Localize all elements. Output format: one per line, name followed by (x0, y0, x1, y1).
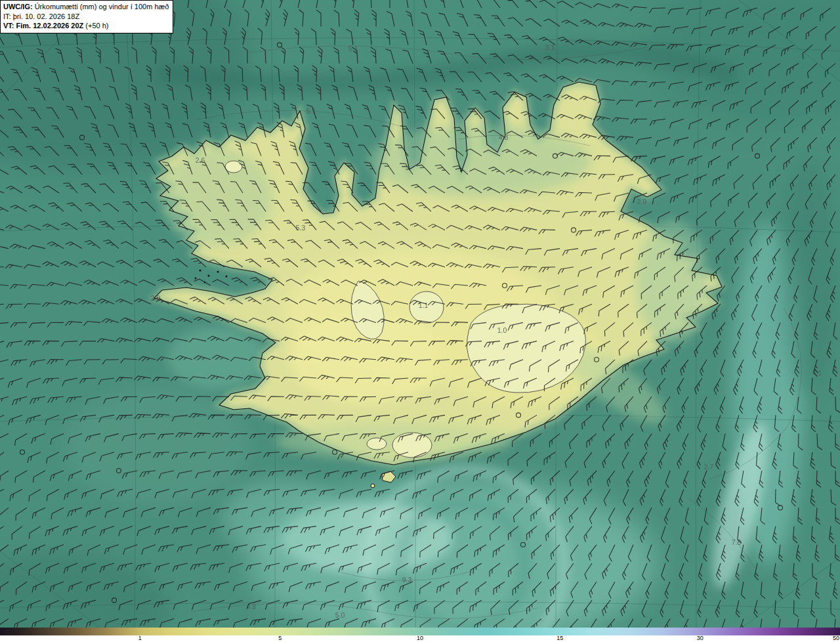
colorbar-tick: 10 (417, 635, 423, 641)
glacier-drangajokull (225, 161, 242, 173)
product-line: UWC/IG: Úrkomumætti (mm) og vindur í 100… (3, 2, 169, 12)
contour-label: 7.8 (732, 538, 742, 546)
weather-map-viewer: 5.13.15.14.82.62.95.32.01.11.04.12.77.89… (0, 0, 840, 642)
colorbar-ticks: 1510153050 (0, 635, 840, 642)
precipitation-wind-map: 5.13.15.14.82.62.95.32.01.11.04.12.77.89… (0, 0, 840, 628)
init-time-line: IT: þri. 10. 02. 2026 18Z (3, 12, 169, 22)
island-surtsey (371, 484, 375, 488)
valid-time: VT: Fim. 12.02.2026 20Z (3, 22, 83, 30)
map-canvas: 5.13.15.14.82.62.95.32.01.11.04.12.77.89… (0, 0, 840, 628)
colorbar: 1510153050 (0, 628, 840, 642)
colorbar-tick: 15 (556, 635, 563, 641)
colorbar-tick: 50 (833, 635, 839, 641)
title-box: UWC/IG: Úrkomumætti (mm) og vindur í 100… (0, 0, 173, 33)
lead-time: (+50 h) (85, 22, 108, 30)
init-time: IT: þri. 10. 02. 2026 18Z (3, 12, 79, 20)
glacier-myrdalsjokull (392, 433, 432, 458)
contour-label: 3.1 (545, 43, 555, 51)
valid-time-line: VT: Fim. 12.02.2026 20Z (+50 h) (3, 21, 169, 31)
contour-label: 2.9 (637, 198, 647, 205)
product-title: Úrkomumætti (mm) og vindur í 100m hæð (35, 3, 169, 11)
contour-label: 5.3 (296, 224, 306, 232)
contour-label: 1.0 (497, 326, 507, 334)
glacier-eyjafjallajokull (367, 438, 387, 450)
contour-label: 5.0 (335, 611, 345, 619)
colorbar-tick: 30 (697, 635, 704, 641)
contour-label: 2.7 (704, 463, 714, 471)
model-label: UWC/IG: (3, 3, 33, 11)
colorbar-tick: 5 (278, 635, 282, 641)
contour-label: 2.6 (196, 156, 205, 164)
colorbar-tick: 1 (138, 635, 142, 641)
